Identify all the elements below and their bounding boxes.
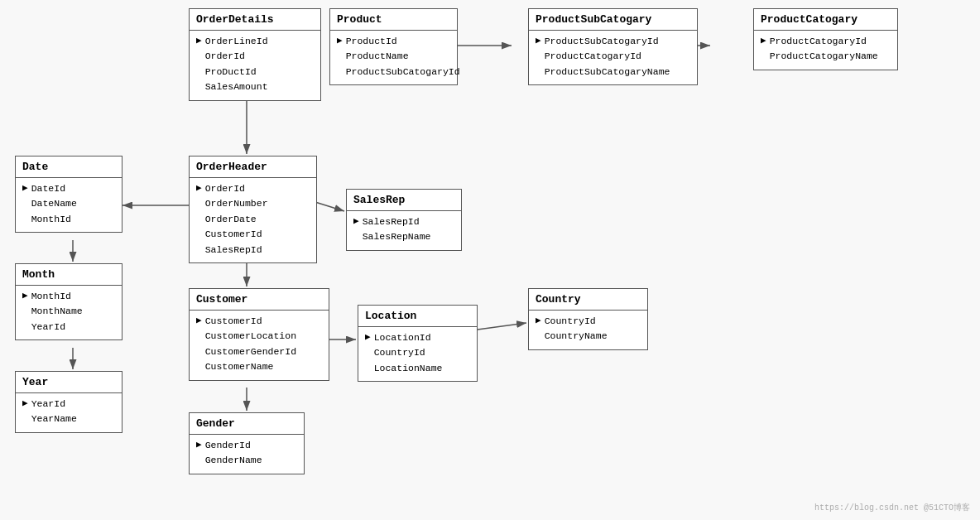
field-salesrepid: ▶SalesRepId — [196, 243, 310, 258]
field-salesrepid: ▶SalesRepId — [353, 214, 454, 229]
field-yearid: ▶YearId — [22, 320, 115, 335]
field-customerid: ▶CustomerId — [196, 314, 322, 329]
field-orderid: ▶OrderId — [196, 181, 310, 196]
field-locationid: ▶LocationId — [365, 330, 470, 345]
field-customerid: ▶CustomerId — [196, 227, 310, 242]
entity-productcatogary-title: ProductCatogary — [754, 9, 897, 31]
entity-year-title: Year — [16, 372, 122, 393]
entity-year: Year ▶YearId ▶YearName — [15, 371, 122, 433]
arrows-svg — [0, 0, 980, 520]
field-locationname: ▶LocationName — [365, 361, 470, 376]
entity-salesrep-fields: ▶SalesRepId ▶SalesRepName — [347, 211, 461, 250]
entity-product-fields: ▶ProductId ▶ProductName ▶ProductSubCatog… — [330, 31, 457, 84]
entity-salesrep: SalesRep ▶SalesRepId ▶SalesRepName — [346, 189, 462, 251]
entity-productcatogary-fields: ▶ProductCatogaryId ▶ProductCatogaryName — [754, 31, 897, 70]
entity-gender: Gender ▶GenderId ▶GenderName — [189, 412, 305, 474]
field-orderdate: ▶OrderDate — [196, 212, 310, 227]
field-customername: ▶CustomerName — [196, 359, 322, 374]
field-productsubcatogaryid: ▶ProductSubCatogaryId — [337, 65, 450, 79]
entity-month: Month ▶MonthId ▶MonthName ▶YearId — [15, 263, 122, 340]
field-salesrepname: ▶SalesRepName — [353, 229, 454, 244]
entity-orderdetails-title: OrderDetails — [190, 9, 320, 31]
entity-date-title: Date — [16, 156, 122, 178]
entity-orderheader-fields: ▶OrderId ▶OrderNumber ▶OrderDate ▶Custom… — [190, 178, 316, 262]
field-productid: ▶ProDuctId — [196, 65, 314, 79]
field-productid: ▶ProductId — [337, 34, 450, 49]
entity-location: Location ▶LocationId ▶CountryId ▶Locatio… — [358, 305, 478, 382]
entity-gender-title: Gender — [190, 413, 304, 435]
field-ordernumber: ▶OrderNumber — [196, 196, 310, 211]
entity-productcatogary: ProductCatogary ▶ProductCatogaryId ▶Prod… — [753, 8, 898, 70]
field-dateid: ▶DateId — [22, 181, 115, 196]
field-yearname: ▶YearName — [22, 412, 115, 426]
entity-date: Date ▶DateId ▶DateName ▶MonthId — [15, 156, 122, 233]
field-monthname: ▶MonthName — [22, 304, 115, 319]
watermark: https://blog.csdn.net @51CTO博客 — [814, 502, 970, 513]
entity-productsubcatogary-fields: ▶ProductSubCatogaryId ▶ProductCatogaryId… — [529, 31, 697, 84]
entity-product: Product ▶ProductId ▶ProductName ▶Product… — [329, 8, 458, 85]
entity-orderheader-title: OrderHeader — [190, 156, 316, 178]
entity-orderdetails-fields: ▶OrderLineId ▶OrderId ▶ProDuctId ▶SalesA… — [190, 31, 320, 100]
entity-year-fields: ▶YearId ▶YearName — [16, 393, 122, 432]
field-countryid: ▶CountryId — [536, 314, 641, 329]
field-salesamount: ▶SalesAmount — [196, 79, 314, 94]
field-pcname: ▶ProductCatogaryName — [761, 49, 891, 64]
entity-salesrep-title: SalesRep — [347, 190, 461, 211]
entity-month-fields: ▶MonthId ▶MonthName ▶YearId — [16, 286, 122, 339]
entity-month-title: Month — [16, 264, 122, 286]
entity-customer-fields: ▶CustomerId ▶CustomerLocation ▶CustomerG… — [190, 311, 329, 380]
field-pcid: ▶ProductCatogaryId — [761, 34, 891, 49]
entity-customer: Customer ▶CustomerId ▶CustomerLocation ▶… — [189, 288, 329, 381]
field-pscname: ▶ProductSubCatogaryName — [536, 65, 690, 79]
entity-gender-fields: ▶GenderId ▶GenderName — [190, 435, 304, 474]
entity-country-title: Country — [529, 289, 647, 311]
field-orderlineid: ▶OrderLineId — [196, 34, 314, 49]
field-datename: ▶DateName — [22, 196, 115, 211]
field-productname: ▶ProductName — [337, 49, 450, 64]
entity-product-title: Product — [330, 9, 457, 31]
entity-orderdetails: OrderDetails ▶OrderLineId ▶OrderId ▶ProD… — [189, 8, 321, 101]
entity-productsubcatogary-title: ProductSubCatogary — [529, 9, 697, 31]
field-pscid: ▶ProductSubCatogaryId — [536, 34, 690, 49]
field-countryname: ▶CountryName — [536, 329, 641, 344]
entity-customer-title: Customer — [190, 289, 329, 311]
entity-location-title: Location — [358, 306, 477, 327]
entity-country-fields: ▶CountryId ▶CountryName — [529, 311, 647, 349]
entity-date-fields: ▶DateId ▶DateName ▶MonthId — [16, 178, 122, 232]
field-customergenderid: ▶CustomerGenderId — [196, 344, 322, 359]
entity-location-fields: ▶LocationId ▶CountryId ▶LocationName — [358, 327, 477, 381]
field-orderid: ▶OrderId — [196, 49, 314, 64]
entity-country: Country ▶CountryId ▶CountryName — [528, 288, 648, 350]
field-gendername: ▶GenderName — [196, 453, 297, 468]
field-pcid: ▶ProductCatogaryId — [536, 49, 690, 64]
field-yearid: ▶YearId — [22, 397, 115, 412]
diagram-container: OrderDetails ▶OrderLineId ▶OrderId ▶ProD… — [0, 0, 980, 520]
entity-orderheader: OrderHeader ▶OrderId ▶OrderNumber ▶Order… — [189, 156, 317, 263]
field-genderid: ▶GenderId — [196, 438, 297, 453]
field-monthid: ▶MonthId — [22, 212, 115, 227]
field-customerlocation: ▶CustomerLocation — [196, 329, 322, 344]
field-countryid: ▶CountryId — [365, 345, 470, 360]
field-monthid: ▶MonthId — [22, 289, 115, 304]
entity-productsubcatogary: ProductSubCatogary ▶ProductSubCatogaryId… — [528, 8, 698, 85]
